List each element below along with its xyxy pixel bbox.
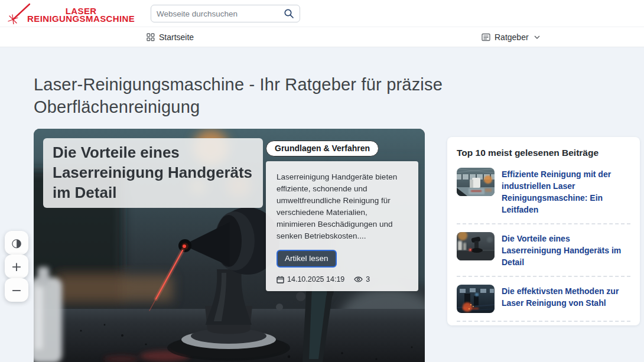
font-increase-button[interactable]: + (5, 255, 28, 278)
category-badge[interactable]: Grundlagen & Verfahren (266, 141, 379, 156)
accessibility-toolbar: ◑ + − (5, 231, 28, 302)
font-decrease-button[interactable]: − (5, 278, 28, 302)
hero-excerpt: Laserreinigung Handgeräte bieten effizie… (277, 171, 408, 242)
grid-icon (147, 33, 155, 41)
site-logo[interactable]: LASER REINIGUNGSMASCHINE (6, 2, 135, 24)
header: LASER REINIGUNGSMASCHINE (0, 0, 644, 27)
main-nav: Startseite Ratgeber (0, 27, 644, 47)
site-search (151, 5, 300, 22)
view-count: 3 (354, 275, 370, 283)
hero-meta: 14.10.2025 14:19 3 (277, 275, 370, 283)
nav-label-startseite: Startseite (159, 32, 194, 42)
widget-title: Top 10 meist gelesenen Beiträge (457, 148, 630, 158)
divider (457, 223, 630, 224)
hero-article-card[interactable]: Die Vorteile eines Laserreinigung Handge… (34, 129, 425, 362)
top-post-item-1[interactable]: Effiziente Reinigung mit der industriell… (457, 168, 630, 216)
article-icon (482, 33, 490, 41)
hero-title-overlay: Die Vorteile eines Laserreinigung Handge… (43, 138, 263, 208)
top-posts-widget: Top 10 meist gelesenen Beiträge (447, 137, 640, 325)
divider (457, 276, 630, 277)
top-post-item-3[interactable]: Die effektivsten Methoden zur Laser Rein… (457, 285, 630, 313)
top-post-link-2[interactable]: Die Vorteile eines Laserreinigung Handge… (502, 232, 630, 268)
contrast-toggle-button[interactable]: ◑ (5, 231, 28, 255)
calendar-icon (277, 276, 284, 283)
thumb-handheld-laser-device (457, 232, 495, 260)
top-post-link-3[interactable]: Die effektivsten Methoden zur Laser Rein… (502, 285, 630, 309)
logo-text: LASER REINIGUNGSMASCHINE (27, 4, 135, 22)
top-post-link-1[interactable]: Effiziente Reinigung mit der industriell… (502, 168, 630, 216)
date-text: 14.10.2025 14:19 (287, 275, 344, 283)
read-article-button[interactable]: Artikel lesen (277, 250, 337, 268)
nav-label-ratgeber: Ratgeber (495, 32, 529, 42)
search-input[interactable] (157, 9, 284, 18)
nav-item-ratgeber[interactable]: Ratgeber (482, 27, 540, 47)
logo-line2: REINIGUNGSMASCHINE (27, 15, 135, 22)
views-text: 3 (366, 275, 370, 283)
thumb-industrial-hall-laser-machine (457, 168, 495, 196)
thumb-steel-laser-cleaning-sparks (457, 285, 495, 313)
divider (457, 321, 630, 322)
chevron-down-icon (534, 35, 540, 39)
publish-date: 14.10.2025 14:19 (277, 275, 344, 283)
eye-icon (354, 276, 363, 282)
nav-item-startseite[interactable]: Startseite (147, 27, 194, 47)
hero-article-title: Die Vorteile eines Laserreinigung Handge… (53, 142, 253, 203)
top-post-item-2[interactable]: Die Vorteile eines Laserreinigung Handge… (457, 232, 630, 268)
search-icon[interactable] (284, 8, 294, 19)
page-title: Laser-Reinigungsmaschine - Ihr Ratgeber … (34, 73, 495, 118)
hero-excerpt-card: Laserreinigung Handgeräte bieten effizie… (266, 161, 418, 291)
